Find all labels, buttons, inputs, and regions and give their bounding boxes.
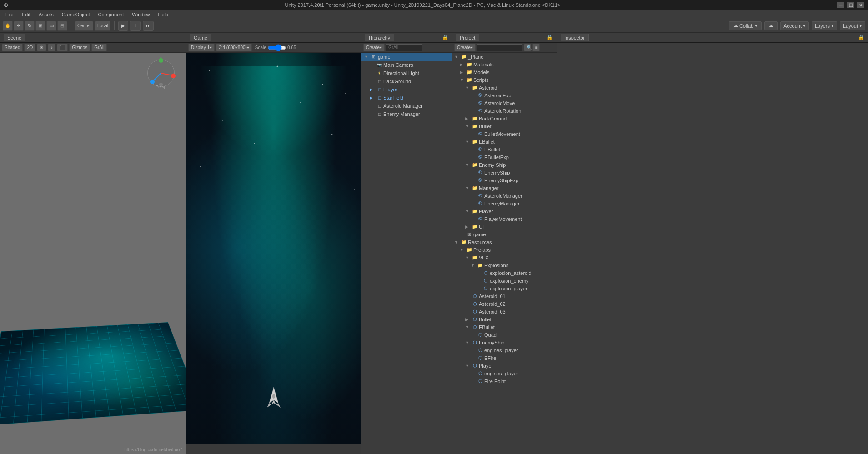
proj-item-enemyship[interactable]: © EnemyShip xyxy=(452,169,557,176)
proj-item-asteroid-move[interactable]: © AsteroidMove xyxy=(452,99,557,107)
game-tab[interactable]: Game xyxy=(190,34,211,41)
proj-item-fire-point[interactable]: ⬡ Fire Point xyxy=(452,377,557,385)
hand-tool[interactable]: ✋ xyxy=(3,21,13,31)
proj-item-player-prefab[interactable]: ▼ ⬡ Player xyxy=(452,362,557,369)
shaded-button[interactable]: Shaded xyxy=(2,44,23,51)
hierarchy-search[interactable] xyxy=(386,44,422,51)
hierarchy-item-player[interactable]: ▶ ◻ Player xyxy=(361,85,452,94)
proj-item-plane[interactable]: ▼ 📁 _Plane xyxy=(452,53,557,60)
hierarchy-item-main-camera[interactable]: 📷 Main Camera xyxy=(361,61,452,69)
pivot-center-button[interactable]: Center xyxy=(75,21,93,31)
proj-item-player-folder[interactable]: ▼ 📁 Player xyxy=(452,207,557,215)
layers-button[interactable]: Layers ▾ xyxy=(812,21,837,30)
project-search[interactable] xyxy=(477,44,522,51)
scene-light-toggle[interactable]: ☀ xyxy=(37,44,46,51)
gizmos-button[interactable]: Gizmos xyxy=(69,44,90,51)
proj-item-prefabs[interactable]: ▼ 📁 Prefabs xyxy=(452,246,557,254)
proj-item-bullet-folder[interactable]: ▼ 📁 Bullet xyxy=(452,122,557,130)
proj-item-asteroid-folder[interactable]: ▼ 📁 Asteroid xyxy=(452,84,557,91)
hierarchy-item-asteroid-mgr[interactable]: ◻ Asteroid Manager xyxy=(361,102,452,110)
proj-item-models[interactable]: ▶ 📁 Models xyxy=(452,68,557,76)
move-tool[interactable]: ✛ xyxy=(14,21,24,31)
proj-item-ebullet-exp[interactable]: © EBulletExp xyxy=(452,153,557,161)
proj-item-materials[interactable]: ▶ 📁 Materials xyxy=(452,60,557,68)
collab-button[interactable]: ☁ Collab ▾ xyxy=(729,21,762,30)
proj-item-manager-folder[interactable]: ▼ 📁 Manager xyxy=(452,184,557,192)
layout-button[interactable]: Layout ▾ xyxy=(840,21,865,30)
proj-item-ebullet-folder[interactable]: ▼ 📁 EBullet xyxy=(452,138,557,145)
proj-item-engines-player2[interactable]: ⬡ engines_player xyxy=(452,369,557,377)
proj-item-ast01[interactable]: ⬡ Asteroid_01 xyxy=(452,292,557,300)
proj-item-enemyship-exp[interactable]: © EnemyShipExp xyxy=(452,176,557,184)
project-create-button[interactable]: Create ▾ xyxy=(454,44,476,51)
scene-audio-toggle[interactable]: ♪ xyxy=(48,44,55,51)
hierarchy-create-button[interactable]: Create ▾ xyxy=(363,44,385,51)
proj-item-resources[interactable]: ▼ 📁 Resources xyxy=(452,238,557,246)
display-select[interactable]: Display 1 ▾ xyxy=(188,44,215,51)
hierarchy-item-game[interactable]: ▼ ⊞ game xyxy=(361,53,452,61)
minimize-button[interactable]: ─ xyxy=(837,2,844,8)
hierarchy-tab[interactable]: Hierarchy xyxy=(365,34,394,41)
pivot-local-button[interactable]: Local xyxy=(95,21,110,31)
hierarchy-item-background[interactable]: ◻ BackGround xyxy=(361,77,452,85)
proj-item-asteroid-rot[interactable]: © AsteroidRotation xyxy=(452,107,557,115)
proj-item-explosions[interactable]: ▼ 📁 Explosions xyxy=(452,261,557,269)
proj-item-exp-enemy[interactable]: ⬡ explosion_enemy xyxy=(452,277,557,284)
proj-item-player-move[interactable]: © PlayerMovement xyxy=(452,215,557,223)
inspector-tab[interactable]: Inspector xyxy=(561,34,589,41)
proj-item-scripts[interactable]: ▼ 📁 Scripts xyxy=(452,76,557,84)
scene-tab[interactable]: Scene xyxy=(4,34,25,41)
proj-item-enemy-mgr-script[interactable]: © EnemyManager xyxy=(452,200,557,207)
scene-view[interactable]: Y X Persp https://blog.csdn.net/beiLuo7 xyxy=(0,53,186,454)
menu-component[interactable]: Component xyxy=(94,11,127,18)
hierarchy-item-dir-light[interactable]: ☀ Directional Light xyxy=(361,69,452,77)
scene-gizmo[interactable]: Y X Persp xyxy=(145,57,177,89)
menu-file[interactable]: File xyxy=(2,11,17,18)
hierarchy-item-enemy-mgr[interactable]: ◻ Enemy Manager xyxy=(361,110,452,118)
proj-item-bg-folder[interactable]: ▶ 📁 BackGround xyxy=(452,115,557,122)
account-button[interactable]: Account ▾ xyxy=(780,21,809,30)
restore-button[interactable]: ☐ xyxy=(847,2,854,8)
proj-item-vfx[interactable]: ▼ 📁 VFX xyxy=(452,254,557,261)
transform-all-tool[interactable]: ⊟ xyxy=(57,21,67,31)
proj-item-bullet-move[interactable]: © BulletMovement xyxy=(452,130,557,138)
project-lock[interactable]: 🔒 xyxy=(547,35,553,40)
proj-item-asteroid-exp[interactable]: © AsteroidExp xyxy=(452,91,557,99)
proj-item-ui-folder[interactable]: ▶ 📁 UI xyxy=(452,223,557,230)
inspector-lock[interactable]: 🔒 xyxy=(858,35,864,40)
play-button[interactable]: ▶ xyxy=(118,21,128,31)
project-search-icon-btn[interactable]: 🔍 xyxy=(524,44,531,51)
scale-tool[interactable]: ⊞ xyxy=(35,21,45,31)
scene-effects-toggle[interactable]: ⬛ xyxy=(57,44,68,51)
proj-item-ast02[interactable]: ⬡ Asteroid_02 xyxy=(452,300,557,308)
proj-item-bullet-prefab[interactable]: ▶ ⬡ Bullet xyxy=(452,315,557,323)
proj-item-exp-player[interactable]: ⬡ explosion_player xyxy=(452,284,557,292)
cloud-button[interactable]: ☁ xyxy=(764,21,778,30)
hierarchy-options[interactable]: ≡ xyxy=(437,35,439,40)
hierarchy-lock[interactable]: 🔒 xyxy=(442,35,448,40)
game-view[interactable] xyxy=(186,53,361,444)
menu-assets[interactable]: Assets xyxy=(35,11,57,18)
menu-help[interactable]: Help xyxy=(154,11,172,18)
proj-item-game-obj[interactable]: ⊞ game xyxy=(452,230,557,238)
2d-button[interactable]: 2D xyxy=(24,44,35,51)
rect-tool[interactable]: ▭ xyxy=(46,21,56,31)
menu-window[interactable]: Window xyxy=(128,11,153,18)
proj-item-ebullet[interactable]: © EBullet xyxy=(452,145,557,153)
resolution-select[interactable]: 3:4 (600x800) ▾ xyxy=(216,44,252,51)
proj-item-asteroid-mgr-script[interactable]: © AsteroidManager xyxy=(452,192,557,200)
inspector-options[interactable]: ≡ xyxy=(853,35,855,40)
proj-item-efire[interactable]: ⬡ EFire xyxy=(452,354,557,362)
project-filter-btn[interactable]: ≡ xyxy=(532,44,540,51)
proj-item-enemyship-prefab[interactable]: ▼ ⬡ EnemyShip xyxy=(452,339,557,346)
menu-gameobject[interactable]: GameObject xyxy=(58,11,94,18)
proj-item-ebullet-prefab[interactable]: ▼ ⬡ EBullet xyxy=(452,323,557,331)
close-button[interactable]: ✕ xyxy=(857,2,864,8)
proj-item-quad[interactable]: ⬡ Quad xyxy=(452,331,557,339)
project-options[interactable]: ≡ xyxy=(541,35,544,40)
scene-filter-button[interactable]: GrAll xyxy=(91,44,107,51)
pause-button[interactable]: ⏸ xyxy=(130,21,141,31)
scale-slider[interactable] xyxy=(268,45,286,50)
proj-item-enemyship-folder[interactable]: ▼ 📁 Enemy Ship xyxy=(452,161,557,169)
proj-item-engines-player[interactable]: ⬡ engines_player xyxy=(452,346,557,354)
